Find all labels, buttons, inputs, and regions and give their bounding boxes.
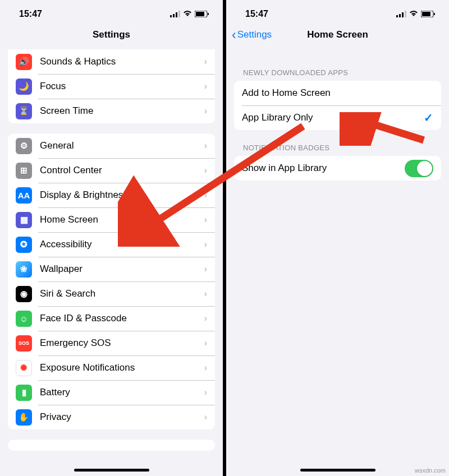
battery-icon bbox=[195, 11, 209, 17]
page-title: Settings bbox=[93, 29, 130, 40]
svg-line-15 bbox=[143, 126, 303, 230]
status-time: 15:47 bbox=[19, 9, 42, 19]
chevron-right-icon: › bbox=[204, 81, 207, 91]
accessibility-icon: ✪ bbox=[16, 237, 32, 253]
chevron-right-icon: › bbox=[204, 412, 207, 422]
svg-rect-8 bbox=[399, 14, 401, 17]
sounds-icon: 🔊 bbox=[16, 54, 32, 70]
settings-list[interactable]: 🔊Sounds & Haptics›🌙Focus›⏳Screen Time› ⚙… bbox=[0, 47, 223, 476]
wallpaper-icon: ❀ bbox=[16, 261, 32, 278]
status-time: 15:47 bbox=[245, 9, 268, 19]
status-icons bbox=[396, 11, 436, 17]
chevron-right-icon: › bbox=[204, 106, 207, 116]
row-sounds[interactable]: 🔊Sounds & Haptics› bbox=[8, 49, 215, 74]
home-screen-icon: ▦ bbox=[16, 212, 32, 228]
chevron-right-icon: › bbox=[204, 313, 207, 324]
nav-bar: Settings bbox=[0, 22, 223, 47]
sos-icon: SOS bbox=[16, 335, 32, 352]
privacy-icon: ✋ bbox=[16, 409, 32, 426]
chevron-right-icon: › bbox=[204, 264, 207, 274]
siri-icon: ◉ bbox=[16, 286, 32, 302]
section-header-newly-downloaded: NEWLY DOWNLOADED APPS bbox=[234, 68, 441, 81]
wifi-icon bbox=[183, 11, 192, 17]
chevron-left-icon: ‹ bbox=[232, 29, 236, 41]
row-label: Face ID & Passcode bbox=[40, 313, 200, 324]
row-label: Emergency SOS bbox=[40, 338, 200, 349]
home-indicator[interactable] bbox=[74, 469, 149, 472]
status-bar: 15:47 bbox=[226, 0, 449, 22]
row-sos[interactable]: SOSEmergency SOS› bbox=[8, 331, 215, 355]
faceid-icon: ☺ bbox=[16, 311, 32, 327]
row-exposure[interactable]: ✺Exposure Notifications› bbox=[8, 355, 215, 380]
chevron-right-icon: › bbox=[204, 338, 207, 348]
screen-time-icon: ⏳ bbox=[16, 103, 32, 119]
row-label: Add to Home Screen bbox=[242, 87, 433, 99]
page-title: Home Screen bbox=[307, 29, 368, 40]
status-icons bbox=[170, 11, 209, 17]
svg-rect-0 bbox=[170, 15, 172, 17]
back-label: Settings bbox=[237, 29, 272, 40]
battery-icon: ▮ bbox=[16, 385, 32, 401]
wifi-icon bbox=[409, 11, 418, 17]
row-label: Siri & Search bbox=[40, 288, 200, 299]
row-label: Privacy bbox=[40, 412, 200, 423]
row-label: Screen Time bbox=[40, 105, 200, 117]
svg-rect-12 bbox=[422, 12, 430, 16]
battery-icon bbox=[421, 11, 436, 17]
svg-line-17 bbox=[356, 119, 424, 140]
back-button[interactable]: ‹ Settings bbox=[232, 29, 272, 41]
exposure-icon: ✺ bbox=[16, 360, 32, 376]
toggle-show-in-lib[interactable] bbox=[405, 160, 433, 177]
row-label: Exposure Notifications bbox=[40, 362, 200, 373]
nav-bar: ‹ Settings Home Screen bbox=[226, 22, 449, 47]
svg-rect-2 bbox=[176, 12, 177, 17]
chevron-right-icon: › bbox=[204, 387, 207, 398]
annotation-arrow-left bbox=[118, 123, 309, 247]
row-label: Wallpaper bbox=[40, 264, 200, 275]
chevron-right-icon: › bbox=[204, 363, 207, 373]
svg-rect-9 bbox=[402, 12, 404, 17]
svg-rect-7 bbox=[396, 15, 398, 17]
svg-rect-5 bbox=[196, 12, 204, 16]
row-focus[interactable]: 🌙Focus› bbox=[8, 74, 215, 99]
signal-icon bbox=[170, 11, 180, 17]
watermark: wsxdn.com bbox=[415, 467, 446, 474]
svg-rect-6 bbox=[208, 13, 209, 15]
row-wallpaper[interactable]: ❀Wallpaper› bbox=[8, 257, 215, 281]
row-add-home[interactable]: Add to Home Screen bbox=[234, 81, 441, 105]
row-label: Sounds & Haptics bbox=[40, 56, 200, 67]
chevron-right-icon: › bbox=[204, 289, 207, 299]
annotation-arrow-right bbox=[340, 112, 429, 146]
control-center-icon: ⊞ bbox=[16, 163, 32, 179]
svg-rect-3 bbox=[178, 11, 180, 17]
row-battery[interactable]: ▮Battery› bbox=[8, 380, 215, 405]
signal-icon bbox=[396, 11, 406, 17]
focus-icon: 🌙 bbox=[16, 78, 32, 95]
row-faceid[interactable]: ☺Face ID & Passcode› bbox=[8, 306, 215, 331]
row-screen-time[interactable]: ⏳Screen Time› bbox=[8, 99, 215, 123]
chevron-right-icon: › bbox=[204, 57, 207, 67]
general-icon: ⚙ bbox=[16, 138, 32, 154]
svg-rect-13 bbox=[434, 13, 435, 15]
display-icon: AA bbox=[16, 187, 32, 204]
row-label: Focus bbox=[40, 81, 200, 92]
status-bar: 15:47 bbox=[0, 0, 223, 22]
row-label: Battery bbox=[40, 387, 200, 398]
svg-rect-1 bbox=[173, 14, 175, 17]
row-privacy[interactable]: ✋Privacy› bbox=[8, 405, 215, 429]
row-siri[interactable]: ◉Siri & Search› bbox=[8, 281, 215, 306]
svg-rect-10 bbox=[405, 11, 406, 17]
home-indicator[interactable] bbox=[300, 469, 375, 472]
